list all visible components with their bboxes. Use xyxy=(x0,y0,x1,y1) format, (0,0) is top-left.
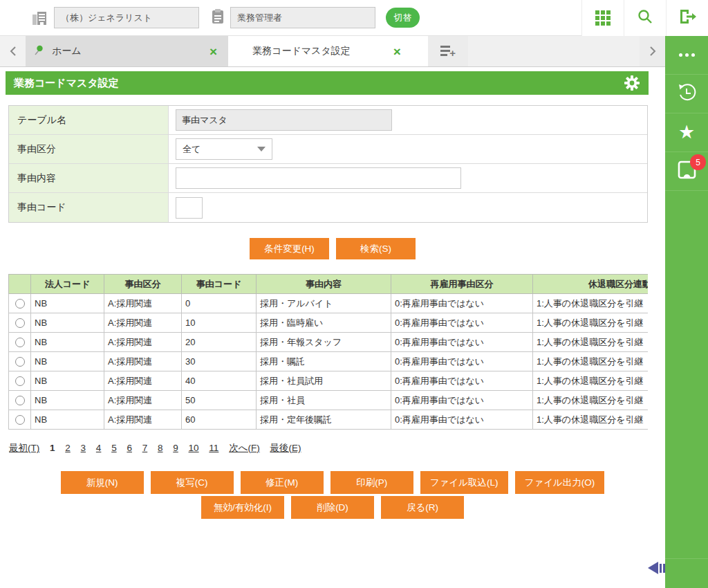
tabs-scroll-left-button[interactable] xyxy=(0,36,26,66)
row-radio[interactable] xyxy=(15,299,25,309)
reason-content-label: 事由内容 xyxy=(9,164,169,192)
action-button-row-2: 無効/有効化(I) 削除(D) 戻る(R) xyxy=(0,496,665,519)
sidebar-history-button[interactable] xyxy=(665,75,708,113)
page-link[interactable]: 2 xyxy=(65,443,71,453)
col-header-reason-code: 事由コード xyxy=(182,275,257,294)
form-row-reason-category: 事由区分 全て xyxy=(9,135,647,164)
sidebar-inbox-button[interactable]: 5 xyxy=(665,152,708,191)
sidebar-spacer xyxy=(665,191,708,559)
col-header-reason-content: 事由内容 xyxy=(257,275,391,294)
delete-button[interactable]: 削除(D) xyxy=(291,496,374,519)
tabbar: ホーム × 業務コードマスタ設定 × + xyxy=(0,36,665,67)
results-table-container: 法人コード 事由区分 事由コード 事由内容 再雇用事由区分 休退職区分連動 NB… xyxy=(8,274,648,430)
page-link[interactable]: 11 xyxy=(209,443,218,453)
grid-icon xyxy=(595,10,611,26)
search-condition-form: テーブル名 事由区分 全て 事由内容 事由コード xyxy=(8,105,648,223)
new-button[interactable]: 新規(N) xyxy=(61,471,144,494)
company-building-icon xyxy=(32,10,48,26)
copy-button[interactable]: 複写(C) xyxy=(151,471,234,494)
settings-gear-icon[interactable] xyxy=(624,75,640,91)
page-link[interactable]: 8 xyxy=(158,443,163,453)
add-tab-button[interactable]: + xyxy=(428,36,468,66)
apps-menu-button[interactable] xyxy=(581,0,624,36)
results-header-row: 法人コード 事由区分 事由コード 事由内容 再雇用事由区分 休退職区分連動 xyxy=(9,275,649,294)
tab-gyomu-label: 業務コードマスタ設定 xyxy=(252,45,351,57)
tab-home-close-icon[interactable]: × xyxy=(207,45,220,58)
sidebar-favorites-button[interactable]: ★ xyxy=(665,113,708,152)
print-button[interactable]: 印刷(P) xyxy=(330,471,413,494)
table-row[interactable]: NBA:採用関連 20採用・年報スタッフ 0:再雇用事由ではない1:人事の休退職… xyxy=(9,333,649,352)
row-radio[interactable] xyxy=(15,415,25,425)
row-radio[interactable] xyxy=(15,376,25,386)
form-row-reason-content: 事由内容 xyxy=(9,164,647,193)
tab-home[interactable]: ホーム × xyxy=(26,36,228,66)
tab-gyomu-code-master[interactable]: 業務コードマスタ設定 × xyxy=(228,36,428,66)
main-content: 業務コードマスタ設定 テーブル名 事由区分 xyxy=(0,67,665,588)
reason-code-label: 事由コード xyxy=(9,193,169,222)
page-last-link[interactable]: 最後(E) xyxy=(270,443,301,453)
ellipsis-icon xyxy=(679,53,695,57)
toggle-enable-button[interactable]: 無効/有効化(I) xyxy=(201,496,284,519)
col-header-reason-category: 事由区分 xyxy=(104,275,182,294)
page-next-link[interactable]: 次へ(F) xyxy=(229,443,260,453)
table-row[interactable]: NBA:採用関連 0採用・アルバイト 0:再雇用事由ではない1:人事の休退職区分… xyxy=(9,294,649,313)
form-row-table-name: テーブル名 xyxy=(9,106,647,135)
table-row[interactable]: NBA:採用関連 10採用・臨時雇い 0:再雇用事由ではない1:人事の休退職区分… xyxy=(9,313,649,333)
reason-category-label: 事由区分 xyxy=(9,135,169,163)
table-row[interactable]: NBA:採用関連 50採用・社員 0:再雇用事由ではない1:人事の休退職区分を引… xyxy=(9,391,649,410)
topbar-icon-group xyxy=(581,0,708,36)
row-radio[interactable] xyxy=(15,318,25,328)
star-icon: ★ xyxy=(678,123,695,142)
back-button[interactable]: 戻る(R) xyxy=(381,496,464,519)
arrow-left-icon xyxy=(648,562,658,574)
col-header-corp-code: 法人コード xyxy=(31,275,104,294)
tabs-scroll-right-button[interactable] xyxy=(640,36,665,66)
search-icon xyxy=(637,8,653,28)
page-title-bar: 業務コードマスタ設定 xyxy=(6,71,649,95)
results-table: 法人コード 事由区分 事由コード 事由内容 再雇用事由区分 休退職区分連動 NB… xyxy=(8,274,648,430)
tab-home-label: ホーム xyxy=(52,45,82,57)
form-row-reason-code: 事由コード xyxy=(9,193,647,222)
role-input[interactable] xyxy=(230,7,375,28)
logout-button[interactable] xyxy=(666,0,708,36)
page-link[interactable]: 10 xyxy=(189,443,199,453)
add-tab-icon: + xyxy=(440,45,456,57)
company-input[interactable] xyxy=(54,7,199,28)
role-clipboard-icon xyxy=(212,8,224,27)
reason-category-select[interactable]: 全て xyxy=(176,138,272,160)
edit-button[interactable]: 修正(M) xyxy=(241,471,324,494)
change-condition-button[interactable]: 条件変更(H) xyxy=(250,238,329,259)
collapse-panel-button[interactable] xyxy=(648,562,665,574)
search-button[interactable] xyxy=(624,0,666,36)
pagination: 最初(T) 1 2 3 4 5 6 7 8 9 10 11 次へ(F) 最後(E… xyxy=(9,442,308,454)
sidebar-more-button[interactable] xyxy=(665,36,708,75)
table-row[interactable]: NBA:採用関連 60採用・定年後嘱託 0:再雇用事由ではない1:人事の休退職区… xyxy=(9,410,649,430)
table-row[interactable]: NBA:採用関連 30採用・嘱託 0:再雇用事由ではない1:人事の休退職区分を引… xyxy=(9,352,649,371)
action-button-row-1: 新規(N) 複写(C) 修正(M) 印刷(P) ファイル取込(L) ファイル出力… xyxy=(0,471,665,494)
tab-gyomu-close-icon[interactable]: × xyxy=(391,45,404,58)
page-link[interactable]: 6 xyxy=(127,443,132,453)
chevron-down-icon xyxy=(257,147,266,151)
page-link[interactable]: 7 xyxy=(142,443,148,453)
row-radio[interactable] xyxy=(15,338,25,347)
page-current: 1 xyxy=(50,443,55,453)
page-link[interactable]: 4 xyxy=(96,443,102,453)
tabbar-spacer xyxy=(468,36,640,66)
page-link[interactable]: 3 xyxy=(81,443,86,453)
logout-icon xyxy=(678,8,696,28)
file-export-button[interactable]: ファイル出力(O) xyxy=(515,471,605,494)
reason-code-input[interactable] xyxy=(176,197,203,219)
row-radio[interactable] xyxy=(15,396,25,405)
search-execute-button[interactable]: 検索(S) xyxy=(336,238,416,259)
switch-button[interactable]: 切替 xyxy=(386,8,420,28)
table-row[interactable]: NBA:採用関連 40採用・社員試用 0:再雇用事由ではない1:人事の休退職区分… xyxy=(9,371,649,391)
history-icon xyxy=(676,82,697,106)
page-link[interactable]: 5 xyxy=(111,443,117,453)
col-header-leave-link: 休退職区分連動 xyxy=(533,275,649,294)
page-link[interactable]: 9 xyxy=(173,443,178,453)
file-import-button[interactable]: ファイル取込(L) xyxy=(420,471,508,494)
page-first-link[interactable]: 最初(T) xyxy=(9,443,39,453)
table-name-field xyxy=(176,109,392,131)
row-radio[interactable] xyxy=(15,357,25,367)
reason-content-input[interactable] xyxy=(176,167,461,189)
